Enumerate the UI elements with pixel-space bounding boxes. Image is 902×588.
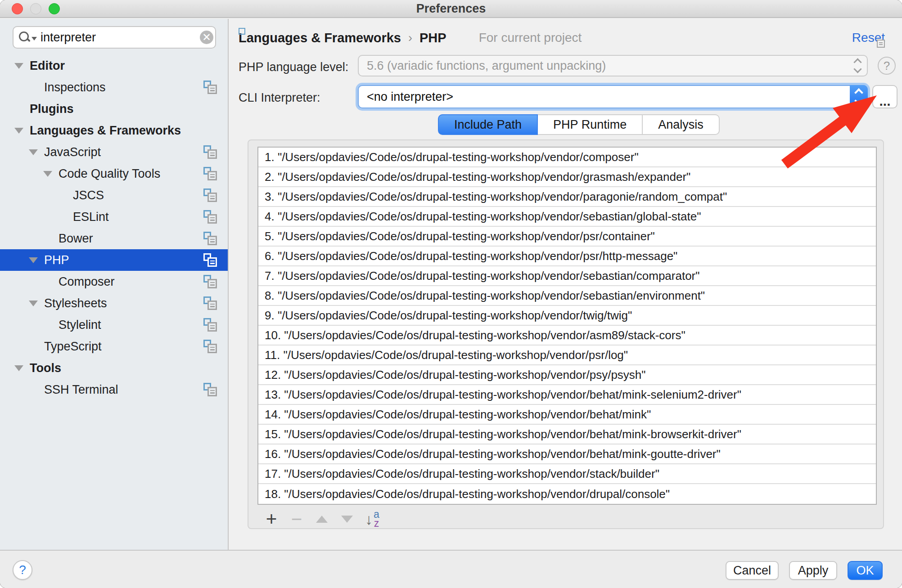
include-path-row[interactable]: 5. "/Users/opdavies/Code/os/drupal-testi… [258,227,876,247]
sidebar-item-label: ESLint [73,210,109,224]
add-icon[interactable]: + [264,510,279,528]
include-path-text: 7. "/Users/opdavies/Code/os/drupal-testi… [265,269,700,283]
include-path-panel: 1. "/Users/opdavies/Code/os/drupal-testi… [248,139,884,529]
include-path-row[interactable]: 8. "/Users/opdavies/Code/os/drupal-testi… [258,286,876,306]
sidebar-item-languages-frameworks[interactable]: Languages & Frameworks [0,120,228,141]
sidebar-item-label: Languages & Frameworks [30,124,181,138]
expand-arrow-icon[interactable] [29,301,44,306]
sidebar-item-javascript[interactable]: JavaScript [0,141,228,163]
expand-arrow-icon [29,85,44,90]
sidebar-item-label: Plugins [30,102,74,116]
expand-arrow-icon[interactable] [29,149,44,155]
sidebar-item-inspections[interactable]: Inspections [0,76,228,98]
tab-analysis[interactable]: Analysis [643,114,720,135]
include-path-text: 11. "/Users/opdavies/Code/os/drupal-test… [265,348,628,362]
footer-bar: ? Cancel Apply OK [0,550,902,588]
copy-icon [203,253,217,267]
sidebar-item-php[interactable]: PHP [0,249,228,271]
include-path-row[interactable]: 6. "/Users/opdavies/Code/os/drupal-testi… [258,247,876,266]
sidebar-item-code-quality-tools[interactable]: Code Quality Tools [0,163,228,184]
expand-arrow-icon[interactable] [14,365,30,371]
help-button[interactable]: ? [13,560,32,580]
tab-php-runtime[interactable]: PHP Runtime [538,114,643,135]
include-path-row[interactable]: 16. "/Users/opdavies/Code/os/drupal-test… [258,444,876,464]
expand-arrow-icon [43,322,59,328]
include-path-text: 5. "/Users/opdavies/Code/os/drupal-testi… [265,229,655,243]
sidebar-item-label: JSCS [73,189,104,202]
move-down-icon[interactable] [339,510,355,528]
settings-tree: EditorInspectionsPluginsLanguages & Fram… [0,55,228,400]
copy-icon [203,145,217,159]
include-path-text: 12. "/Users/opdavies/Code/os/drupal-test… [265,368,646,382]
include-path-text: 1. "/Users/opdavies/Code/os/drupal-testi… [265,150,639,164]
include-path-row[interactable]: 15. "/Users/opdavies/Code/os/drupal-test… [258,425,876,444]
search-input[interactable] [41,31,200,45]
include-path-list: 1. "/Users/opdavies/Code/os/drupal-testi… [257,147,877,505]
sidebar-item-jscs[interactable]: JSCS [0,184,228,206]
include-path-row[interactable]: 10. "/Users/opdavies/Code/os/drupal-test… [258,326,876,346]
copy-icon [203,340,217,353]
sidebar-item-bower[interactable]: Bower [0,228,228,249]
sidebar-item-ssh-terminal[interactable]: SSH Terminal [0,379,228,400]
copy-icon [463,32,474,44]
include-path-row[interactable]: 17. "/Users/opdavies/Code/os/drupal-test… [258,464,876,484]
expand-arrow-icon[interactable] [43,171,59,177]
help-icon[interactable]: ? [878,57,896,75]
cli-interpreter-select[interactable]: <no interpreter> [358,85,868,108]
remove-icon[interactable]: − [289,510,304,528]
include-path-row[interactable]: 18. "/Users/opdavies/Code/os/drupal-test… [258,484,876,504]
include-path-row[interactable]: 2. "/Users/opdavies/Code/os/drupal-testi… [258,167,876,187]
apply-button[interactable]: Apply [789,561,837,580]
sidebar-item-composer[interactable]: Composer [0,271,228,292]
sidebar-item-editor[interactable]: Editor [0,55,228,76]
expand-arrow-icon [58,193,73,198]
breadcrumb-root[interactable]: Languages & Frameworks [239,31,401,45]
scope-label: For current project [479,31,582,45]
browse-interpreters-button[interactable]: ... [872,85,897,108]
sidebar-item-tools[interactable]: Tools [0,357,228,379]
cancel-button[interactable]: Cancel [726,561,779,580]
sidebar-item-label: Stylelint [59,318,101,332]
include-path-row[interactable]: 4. "/Users/opdavies/Code/os/drupal-testi… [258,207,876,227]
cli-interpreter-value: <no interpreter> [367,90,453,104]
search-field[interactable]: ✕ [13,26,216,49]
sidebar-item-typescript[interactable]: TypeScript [0,336,228,357]
sidebar-item-stylesheets[interactable]: Stylesheets [0,292,228,314]
expand-arrow-icon[interactable] [14,63,30,69]
search-options-caret-icon[interactable] [32,37,37,40]
stepper-icon[interactable] [850,85,868,108]
move-up-icon[interactable] [314,510,329,528]
include-path-row[interactable]: 13. "/Users/opdavies/Code/os/drupal-test… [258,385,876,405]
ok-button[interactable]: OK [848,561,883,580]
sort-alphabetically-icon[interactable]: ↓az [365,510,380,528]
language-level-value: 5.6 (variadic functions, argument unpack… [367,59,606,73]
tab-include-path[interactable]: Include Path [438,114,538,135]
sidebar-item-plugins[interactable]: Plugins [0,98,228,120]
sidebar-item-label: JavaScript [44,145,101,159]
include-path-row[interactable]: 1. "/Users/opdavies/Code/os/drupal-testi… [258,148,876,167]
expand-arrow-icon[interactable] [29,257,44,263]
expand-arrow-icon[interactable] [14,128,30,134]
sidebar-item-stylelint[interactable]: Stylelint [0,314,228,336]
copy-icon [203,81,217,94]
sidebar-item-label: SSH Terminal [44,383,118,397]
include-path-row[interactable]: 12. "/Users/opdavies/Code/os/drupal-test… [258,365,876,385]
copy-icon [203,318,217,332]
sidebar-item-eslint[interactable]: ESLint [0,206,228,228]
expand-arrow-icon [29,344,44,350]
sidebar-item-label: Bower [59,232,93,246]
clear-search-icon[interactable]: ✕ [200,31,213,44]
include-path-text: 10. "/Users/opdavies/Code/os/drupal-test… [265,328,686,342]
include-path-row[interactable]: 3. "/Users/opdavies/Code/os/drupal-testi… [258,187,876,207]
include-path-row[interactable]: 9. "/Users/opdavies/Code/os/drupal-testi… [258,306,876,326]
titlebar[interactable]: Preferences [0,0,902,18]
copy-icon [203,167,217,180]
include-path-row[interactable]: 7. "/Users/opdavies/Code/os/drupal-testi… [258,266,876,286]
include-path-row[interactable]: 11. "/Users/opdavies/Code/os/drupal-test… [258,346,876,365]
include-path-text: 13. "/Users/opdavies/Code/os/drupal-test… [265,388,741,402]
language-level-select[interactable]: 5.6 (variadic functions, argument unpack… [358,55,868,76]
copy-icon [203,232,217,245]
include-path-text: 16. "/Users/opdavies/Code/os/drupal-test… [265,447,721,461]
include-path-row[interactable]: 14. "/Users/opdavies/Code/os/drupal-test… [258,405,876,425]
settings-content: Languages & Frameworks › PHP For current… [230,19,902,550]
